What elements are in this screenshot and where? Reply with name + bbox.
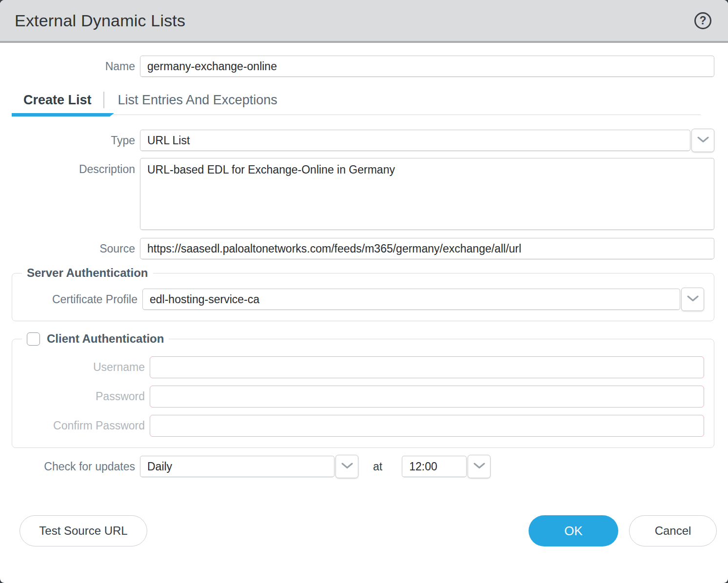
source-row: Source	[0, 238, 714, 259]
confirm-password-row: Confirm Password	[12, 415, 704, 437]
dialog-header: External Dynamic Lists ?	[0, 0, 728, 43]
chevron-down-icon	[687, 295, 699, 304]
source-input[interactable]	[140, 238, 714, 259]
password-input[interactable]	[150, 386, 704, 408]
certificate-profile-row: Certificate Profile	[12, 289, 704, 310]
server-authentication-legend: Server Authentication	[22, 266, 153, 280]
server-authentication-title: Server Authentication	[27, 266, 148, 280]
confirm-password-label: Confirm Password	[12, 419, 145, 432]
update-frequency-dropdown-button[interactable]	[335, 455, 358, 478]
certificate-profile-label: Certificate Profile	[12, 293, 138, 306]
username-input[interactable]	[150, 356, 704, 378]
name-row: Name	[0, 56, 714, 77]
active-tab-indicator	[12, 113, 114, 117]
chevron-down-icon	[697, 136, 709, 145]
source-label: Source	[0, 242, 135, 255]
tab-list-entries-and-exceptions[interactable]: List Entries And Exceptions	[104, 93, 291, 108]
external-dynamic-lists-dialog: External Dynamic Lists ? Name Create Lis…	[0, 0, 728, 583]
type-select-value[interactable]	[140, 130, 690, 151]
client-authentication-title: Client Authentication	[47, 332, 164, 346]
certificate-profile-select	[142, 289, 704, 310]
chevron-down-icon	[341, 462, 353, 471]
at-label: at	[373, 460, 382, 473]
dialog-title: External Dynamic Lists	[15, 11, 185, 30]
test-source-url-button[interactable]: Test Source URL	[20, 515, 147, 546]
client-authentication-section: Client Authentication Username Password …	[12, 332, 714, 448]
tab-create-list[interactable]: Create List	[12, 93, 103, 108]
update-time-dropdown-button[interactable]	[468, 455, 491, 478]
update-time-select-value[interactable]	[402, 456, 467, 477]
username-row: Username	[12, 356, 704, 378]
update-time-select	[402, 456, 491, 477]
server-authentication-section: Server Authentication Certificate Profil…	[12, 266, 714, 321]
client-authentication-legend: Client Authentication	[22, 332, 169, 346]
confirm-password-input[interactable]	[150, 415, 704, 437]
cancel-button[interactable]: Cancel	[629, 515, 717, 546]
check-for-updates-label: Check for updates	[0, 460, 135, 473]
certificate-profile-dropdown-button[interactable]	[681, 288, 704, 311]
tab-baseline	[12, 115, 701, 115]
name-input[interactable]	[140, 56, 714, 77]
client-authentication-checkbox[interactable]	[27, 332, 40, 346]
description-textarea[interactable]: URL-based EDL for Exchange-Online in Ger…	[140, 158, 714, 230]
ok-button[interactable]: OK	[529, 515, 618, 546]
tab-bar: Create List List Entries And Exceptions	[12, 92, 701, 115]
type-select	[140, 130, 714, 151]
update-frequency-select-value[interactable]	[140, 456, 334, 477]
type-select-dropdown-button[interactable]	[691, 129, 714, 152]
description-row: Description URL-based EDL for Exchange-O…	[0, 158, 714, 230]
check-for-updates-row: Check for updates at	[0, 456, 714, 477]
username-label: Username	[12, 361, 145, 374]
chevron-down-icon	[473, 462, 485, 471]
update-frequency-select	[140, 456, 358, 477]
dialog-footer: Test Source URL OK Cancel	[0, 515, 728, 546]
certificate-profile-select-value[interactable]	[142, 289, 680, 310]
type-label: Type	[0, 134, 135, 147]
help-icon[interactable]: ?	[694, 12, 711, 29]
password-row: Password	[12, 386, 704, 408]
name-label: Name	[0, 60, 135, 73]
password-label: Password	[12, 390, 145, 403]
description-label: Description	[0, 158, 135, 176]
type-row: Type	[0, 130, 714, 151]
